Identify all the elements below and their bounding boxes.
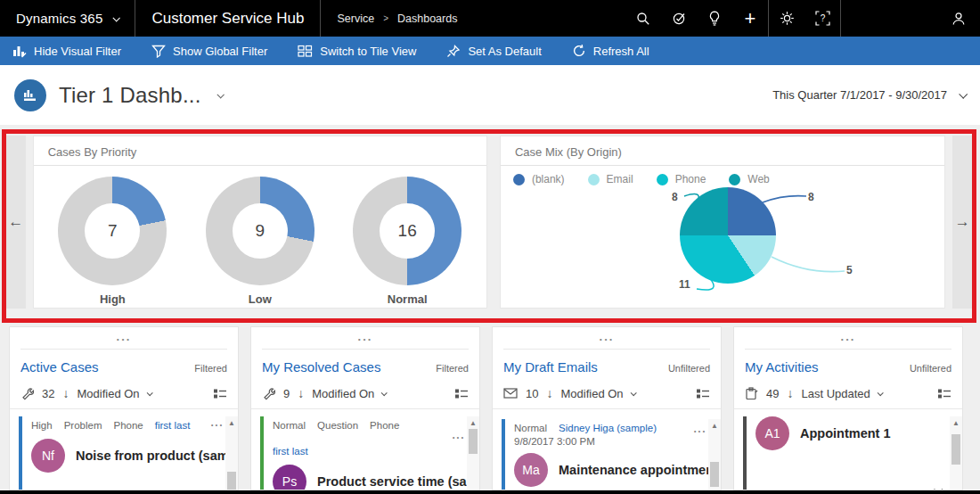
- quick-actions-icon[interactable]: [661, 0, 697, 37]
- legend-dot: [657, 174, 668, 185]
- stream-card[interactable]: High Problem Phone first last ... Nf Noi…: [19, 416, 225, 473]
- breadcrumb-page[interactable]: Dashboards: [397, 12, 457, 25]
- profile-icon[interactable]: [941, 0, 976, 37]
- scrollbar[interactable]: ▲: [467, 416, 479, 490]
- donut-high: 7 High: [41, 177, 184, 306]
- card-title: Noise from product (sample): [76, 449, 239, 463]
- arrow-right-icon: →: [955, 213, 970, 231]
- stream-title[interactable]: Active Cases: [20, 359, 99, 375]
- stream-title[interactable]: My Activities: [745, 359, 819, 375]
- legend-item-phone[interactable]: Phone: [657, 173, 706, 185]
- card-recipient-link[interactable]: Sidney Higa (sample): [559, 421, 657, 435]
- lightbulb-icon[interactable]: [697, 0, 732, 37]
- sort-field-select[interactable]: Modified On: [312, 387, 386, 400]
- scroll-more-button[interactable]: [935, 481, 941, 490]
- card-accent-bar: [260, 416, 264, 490]
- avatar: Ps: [273, 465, 306, 490]
- carousel-prev-button[interactable]: ←: [6, 136, 26, 309]
- stream-menu-button[interactable]: ...: [251, 327, 479, 349]
- stream-title[interactable]: My Draft Emails: [503, 359, 598, 375]
- hide-visual-filter-button[interactable]: Hide Visual Filter: [12, 45, 121, 58]
- set-as-default-button[interactable]: Set As Default: [446, 45, 541, 58]
- sort-direction-icon[interactable]: ↓: [546, 386, 552, 400]
- help-icon[interactable]: ?: [804, 0, 840, 37]
- settings-gear-icon[interactable]: [769, 0, 804, 37]
- card-contact-link[interactable]: first last: [155, 418, 191, 432]
- donut-chart[interactable]: 9: [206, 177, 314, 285]
- scrollbar[interactable]: ▲: [225, 416, 238, 490]
- sort-field-select[interactable]: Modified On: [77, 387, 151, 400]
- legend-item-email[interactable]: Email: [588, 173, 633, 185]
- legend-dot: [588, 174, 600, 185]
- legend-item-blank[interactable]: (blank): [513, 173, 565, 185]
- scroll-thumb[interactable]: [469, 429, 478, 454]
- view-selector-icon[interactable]: [213, 388, 227, 399]
- card-menu-button[interactable]: ...: [693, 423, 706, 435]
- card-tag: Problem: [64, 418, 102, 432]
- pie-value-phone: 11: [679, 278, 690, 291]
- bottom-edge-bar: [0, 490, 980, 494]
- carousel-next-button[interactable]: →: [952, 136, 972, 309]
- donut-label: Normal: [336, 292, 478, 306]
- chevron-down-icon: [381, 390, 388, 396]
- card-contact-link[interactable]: first last: [273, 444, 308, 458]
- stream-menu-button[interactable]: ...: [734, 327, 962, 349]
- view-selector-icon[interactable]: [454, 388, 469, 399]
- topbar-actions: + ?: [625, 0, 980, 37]
- scroll-thumb[interactable]: [951, 434, 960, 465]
- pie-chart[interactable]: [680, 187, 776, 284]
- scroll-thumb[interactable]: [227, 472, 236, 490]
- show-global-filter-button[interactable]: Show Global Filter: [151, 45, 267, 58]
- view-selector-icon[interactable]: [937, 388, 951, 399]
- stream-title[interactable]: My Resolved Cases: [262, 359, 380, 375]
- stream-card[interactable]: A1 Appointment 1: [743, 416, 950, 450]
- timeframe-filter[interactable]: This Quarter 7/1/2017 - 9/30/2017: [772, 88, 966, 102]
- chart-title: Cases By Priority: [34, 136, 486, 166]
- scrollbar[interactable]: ▲: [708, 419, 721, 490]
- sort-direction-icon[interactable]: ↓: [787, 386, 793, 400]
- switch-to-tile-view-button[interactable]: Switch to Tile View: [298, 45, 416, 58]
- tiles-icon: [298, 45, 313, 57]
- stream-menu-button[interactable]: ...: [493, 327, 721, 349]
- stream-my-draft-emails: ... My Draft Emails Unfiltered 10 ↓ Modi…: [492, 326, 722, 490]
- card-date: 9/8/2017 3:00 PM: [514, 435, 708, 449]
- sort-field-select[interactable]: Last Updated: [801, 387, 881, 400]
- chart-title: Case Mix (By Origin): [501, 136, 944, 166]
- donut-low: 9 Low: [189, 177, 331, 306]
- stream-menu-button[interactable]: ...: [10, 327, 238, 349]
- breadcrumb-area[interactable]: Service: [337, 12, 374, 25]
- scroll-up-icon[interactable]: ▲: [708, 419, 721, 430]
- card-accent-bar: [19, 416, 22, 490]
- sort-direction-icon[interactable]: ↓: [298, 386, 304, 400]
- add-icon[interactable]: +: [732, 0, 768, 37]
- envelope-icon: [503, 388, 518, 399]
- dashboard-selector[interactable]: Tier 1 Dashb...: [59, 83, 223, 108]
- breadcrumb: Service > Dashboards: [321, 0, 473, 37]
- scroll-up-icon[interactable]: ▲: [950, 416, 962, 427]
- app-name[interactable]: Customer Service Hub: [135, 0, 320, 37]
- card-menu-button[interactable]: ...: [210, 416, 224, 429]
- stream-card[interactable]: Normal Sidney Higa (sample) ... 9/8/2017…: [502, 419, 708, 490]
- legend-item-web[interactable]: Web: [729, 173, 769, 185]
- sort-direction-icon[interactable]: ↓: [62, 386, 69, 400]
- scroll-up-icon[interactable]: ▲: [467, 416, 479, 427]
- legend: (blank) Email Phone Web: [501, 166, 944, 185]
- scrollbar[interactable]: ▲: [950, 416, 962, 490]
- refresh-all-button[interactable]: Refresh All: [572, 44, 649, 58]
- donut-chart[interactable]: 7: [58, 177, 167, 285]
- chevron-down-icon: [216, 91, 224, 98]
- card-tag: Normal: [514, 421, 547, 435]
- search-icon[interactable]: [625, 0, 661, 37]
- donut-chart[interactable]: 16: [353, 177, 461, 285]
- view-selector-icon[interactable]: [696, 388, 710, 399]
- sort-field-select[interactable]: Modified On: [560, 387, 634, 400]
- stream-card[interactable]: Normal Question Phone first last ... Ps …: [260, 416, 467, 490]
- scroll-up-icon[interactable]: ▲: [225, 416, 238, 427]
- card-menu-button[interactable]: ...: [452, 429, 465, 441]
- filter-status: Unfiltered: [910, 363, 951, 374]
- filter-status: Filtered: [194, 363, 227, 374]
- avatar: Nf: [31, 439, 65, 473]
- brand-switcher[interactable]: Dynamics 365: [0, 0, 135, 37]
- scroll-thumb[interactable]: [710, 462, 719, 487]
- page-title: Tier 1 Dashb...: [59, 83, 201, 108]
